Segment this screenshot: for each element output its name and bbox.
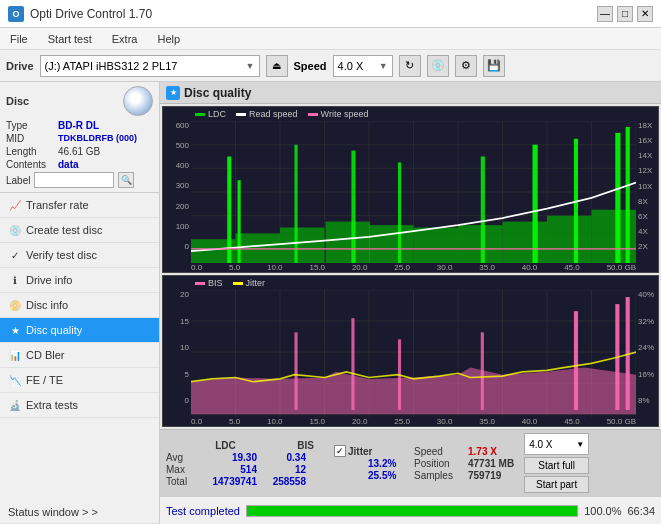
avg-label: Avg (166, 452, 198, 463)
sidebar-item-drive-info[interactable]: ℹ Drive info (0, 268, 159, 293)
svg-rect-23 (326, 222, 371, 263)
status-window-button[interactable]: Status window > > (0, 501, 159, 524)
disc-length-row: Length 46.61 GB (6, 146, 153, 157)
svg-rect-25 (369, 225, 414, 263)
bis-avg-value: 0.34 (261, 452, 306, 463)
save-button[interactable]: 💾 (483, 55, 505, 77)
chart2-y-20: 20 (163, 290, 191, 299)
chart2-x-20: 20.0 (352, 417, 368, 426)
chart2-x-35: 35.0 (479, 417, 495, 426)
chart2-x-0: 0.0 (191, 417, 202, 426)
app-icon: O (8, 6, 24, 22)
chart1-svg (191, 121, 636, 263)
speed-label: Speed (294, 60, 327, 72)
speed-dropdown-arrow[interactable]: ▼ (379, 61, 388, 71)
sidebar-item-verify-test-disc[interactable]: ✓ Verify test disc (0, 243, 159, 268)
jitter-header: Jitter (348, 446, 372, 457)
speed-select[interactable]: 4.0 X ▼ (333, 55, 393, 77)
svg-rect-22 (294, 145, 297, 263)
bis-header: BIS (283, 440, 328, 451)
disc-quality-header: ★ Disc quality (160, 82, 661, 104)
sidebar-item-cd-bler[interactable]: 📊 CD Bler (0, 343, 159, 368)
chart2-x-10: 10.0 (267, 417, 283, 426)
sidebar-item-extra-tests[interactable]: 🔬 Extra tests (0, 393, 159, 418)
sidebar-item-disc-info[interactable]: 📀 Disc info (0, 293, 159, 318)
disc-contents-value: data (58, 159, 79, 170)
chart2-y-15: 15 (163, 317, 191, 326)
sidebar-item-disc-quality[interactable]: ★ Disc quality (0, 318, 159, 343)
chart2-x-45: 45.0 (564, 417, 580, 426)
disc-label-button[interactable]: 🔍 (118, 172, 134, 188)
legend-jitter: Jitter (233, 278, 266, 288)
chart1-x-40: 40.0 (522, 263, 538, 272)
maximize-button[interactable]: □ (617, 6, 633, 22)
chart2-yr-16: 16% (636, 370, 658, 379)
drivebar: Drive (J:) ATAPI iHBS312 2 PL17 ▼ ⏏ Spee… (0, 50, 661, 82)
speed-value: 4.0 X (338, 60, 377, 72)
main-area: Disc Type BD-R DL MID TDKBLDRFB (000) Le… (0, 82, 661, 524)
sidebar-item-verify-test-disc-label: Verify test disc (26, 249, 97, 261)
start-part-button[interactable]: Start part (524, 476, 589, 493)
menu-help[interactable]: Help (151, 31, 186, 47)
start-full-button[interactable]: Start full (524, 457, 589, 474)
chart2-yr-40: 40% (636, 290, 658, 299)
legend-read-speed-label: Read speed (249, 109, 298, 119)
status-text: Test completed (166, 505, 240, 517)
chart2-x-50: 50.0 GB (607, 417, 636, 426)
test-speed-arrow[interactable]: ▼ (576, 440, 584, 449)
disc-contents-row: Contents data (6, 159, 153, 170)
chart1-x-10: 10.0 (267, 263, 283, 272)
legend-bis-label: BIS (208, 278, 223, 288)
chart1-x-20: 20.0 (352, 263, 368, 272)
bis-max-value: 12 (261, 464, 306, 475)
drive-dropdown-arrow[interactable]: ▼ (246, 61, 255, 71)
chart2-y-10: 10 (163, 343, 191, 352)
test-speed-select[interactable]: 4.0 X ▼ (524, 433, 589, 455)
chart2-x-15: 15.0 (309, 417, 325, 426)
chart2-yr-32: 32% (636, 317, 658, 326)
eject-button[interactable]: ⏏ (266, 55, 288, 77)
disc-section: Disc Type BD-R DL MID TDKBLDRFB (000) Le… (0, 82, 159, 193)
menu-file[interactable]: File (4, 31, 34, 47)
samples-label: Samples (414, 470, 464, 481)
sidebar-item-transfer-rate[interactable]: 📈 Transfer rate (0, 193, 159, 218)
disc-button[interactable]: 💿 (427, 55, 449, 77)
progress-bar-fill (247, 506, 577, 516)
refresh-button[interactable]: ↻ (399, 55, 421, 77)
titlebar-controls[interactable]: — □ ✕ (597, 6, 653, 22)
chart1-yr-10x: 10X (636, 182, 658, 191)
sidebar-item-create-test-disc[interactable]: 💿 Create test disc (0, 218, 159, 243)
bis-color (195, 282, 205, 285)
disc-label-input[interactable] (34, 172, 114, 188)
drive-select[interactable]: (J:) ATAPI iHBS312 2 PL17 ▼ (40, 55, 260, 77)
sidebar-item-fe-te-label: FE / TE (26, 374, 63, 386)
speed-value-display: 1.73 X (468, 446, 497, 457)
jitter-checkbox[interactable]: ✓ (334, 445, 346, 457)
drive-label: Drive (6, 60, 34, 72)
svg-rect-18 (236, 233, 281, 263)
chart1-x-5: 5.0 (229, 263, 240, 272)
disc-type-value: BD-R DL (58, 120, 99, 131)
chart1-yr-8x: 8X (636, 197, 658, 206)
max-label: Max (166, 464, 198, 475)
sidebar-item-extra-tests-label: Extra tests (26, 399, 78, 411)
svg-rect-30 (503, 222, 548, 263)
svg-rect-54 (351, 318, 354, 410)
menu-starttest[interactable]: Start test (42, 31, 98, 47)
chart1-yr-16x: 16X (636, 136, 658, 145)
chart1-y-500: 500 (163, 141, 191, 150)
sidebar-item-fe-te[interactable]: 📉 FE / TE (0, 368, 159, 393)
position-value: 47731 MB (468, 458, 514, 469)
chart1-x-0: 0.0 (191, 263, 202, 272)
settings-button[interactable]: ⚙ (455, 55, 477, 77)
titlebar: O Opti Drive Control 1.70 — □ ✕ (0, 0, 661, 28)
minimize-button[interactable]: — (597, 6, 613, 22)
menu-extra[interactable]: Extra (106, 31, 144, 47)
svg-rect-19 (227, 157, 231, 264)
svg-rect-36 (626, 127, 630, 263)
sidebar-item-disc-info-label: Disc info (26, 299, 68, 311)
ldc-color (195, 113, 205, 116)
svg-rect-29 (481, 157, 485, 264)
progress-percent: 100.0% (584, 505, 621, 517)
close-button[interactable]: ✕ (637, 6, 653, 22)
